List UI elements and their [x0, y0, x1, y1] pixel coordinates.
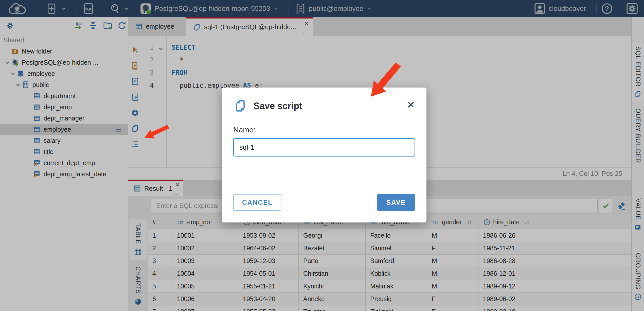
cancel-label: CANCEL — [242, 199, 273, 206]
dialog-title: Save script — [254, 101, 302, 111]
name-field-label: Name: — [233, 126, 256, 134]
close-icon[interactable]: ✕ — [406, 100, 415, 110]
save-script-icon — [233, 99, 247, 113]
save-label: SAVE — [386, 199, 406, 206]
script-name-input[interactable] — [233, 138, 415, 157]
save-button[interactable]: SAVE — [377, 194, 415, 211]
save-script-dialog: Save script ✕ Name: CANCEL SAVE — [222, 88, 426, 222]
cancel-button[interactable]: CANCEL — [233, 194, 281, 211]
